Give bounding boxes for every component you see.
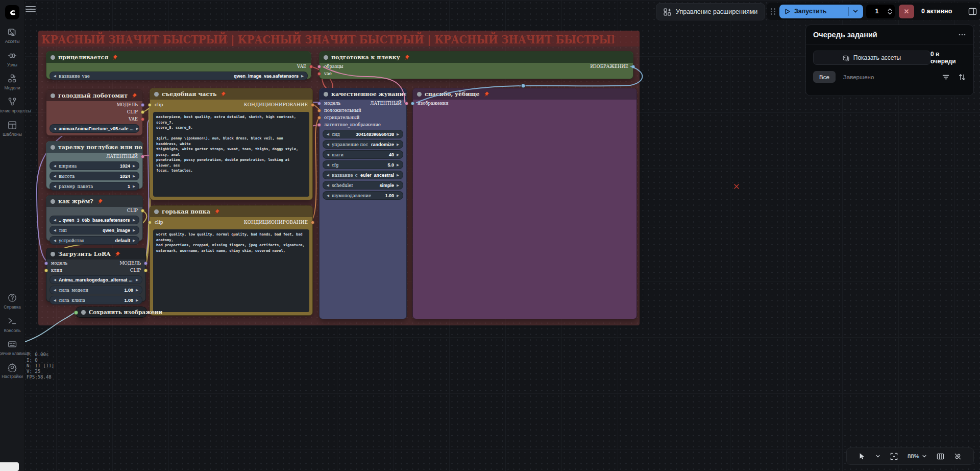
- node-header[interactable]: голодный лоботомит: [46, 90, 142, 101]
- output-port-dot[interactable]: [309, 65, 313, 68]
- fit-view-icon[interactable]: [890, 453, 898, 460]
- node-header[interactable]: съедобная часть: [150, 88, 312, 100]
- run-button[interactable]: Запустить: [779, 5, 863, 18]
- widget-right-arrow-icon[interactable]: ▶: [133, 239, 135, 243]
- widget-сила_клипа[interactable]: ◀сила_клипа1.00▶: [50, 296, 142, 304]
- widget-шаги[interactable]: ◀шаги40▶: [323, 150, 403, 159]
- sidebar-item-assets[interactable]: Ассеты: [0, 28, 24, 37]
- toggle-panel-icon[interactable]: [968, 7, 977, 16]
- widget-scheduler[interactable]: ◀schedulersimple▶: [323, 181, 403, 190]
- widget-ширина[interactable]: ◀ширина1024▶: [50, 161, 139, 170]
- widget-left-arrow-icon[interactable]: ◀: [327, 173, 329, 177]
- widget-left-arrow-icon[interactable]: ◀: [54, 239, 56, 243]
- widget-right-arrow-icon[interactable]: ▶: [397, 153, 399, 157]
- output-port-dot[interactable]: [405, 102, 408, 105]
- widget-right-arrow-icon[interactable]: ▶: [136, 298, 138, 302]
- output-port-dot[interactable]: [141, 209, 144, 213]
- cancel-run-button[interactable]: ✕: [899, 5, 914, 18]
- node-header[interactable]: как жрём?: [46, 196, 142, 207]
- node-header[interactable]: прицеливается: [46, 52, 311, 63]
- input-port-dot[interactable]: [44, 262, 48, 265]
- input-port-dot[interactable]: [317, 123, 321, 127]
- output-port-dot[interactable]: [311, 103, 314, 107]
- node-10[interactable]: спасибо, уёбищеизображения: [412, 88, 637, 319]
- batch-count-input[interactable]: 1: [866, 5, 895, 18]
- tool-dropdown-chevron-icon[interactable]: [875, 454, 880, 459]
- widget-left-arrow-icon[interactable]: ◀: [54, 218, 56, 222]
- widget-left-arrow-icon[interactable]: ◀: [327, 153, 329, 157]
- input-port-dot[interactable]: [317, 116, 321, 120]
- widget-right-arrow-icon[interactable]: ▶: [397, 132, 399, 136]
- node-2[interactable]: подготовка к плевкуобразцыИЗОБРАЖЕНИЕvae: [319, 51, 633, 79]
- node-5[interactable]: тарелку поглубже или пошире?ЛАТЕНТНЫЙ◀ши…: [46, 141, 143, 189]
- sidebar-item-hotkeys[interactable]: Горячие клавиши: [0, 340, 24, 349]
- widget-right-arrow-icon[interactable]: ▶: [397, 173, 399, 177]
- node-11[interactable]: Сохранить изображени: [76, 307, 147, 318]
- toggle-links-icon[interactable]: [954, 453, 962, 460]
- output-port-dot[interactable]: [631, 65, 635, 68]
- widget-right-arrow-icon[interactable]: ▶: [397, 183, 399, 187]
- widget-left-arrow-icon[interactable]: ◀: [54, 174, 56, 178]
- node-header[interactable]: спасибо, уёбище: [413, 88, 636, 100]
- node-4[interactable]: съедобная частьclipКОНДИЦИОНИРОВАНИЕmast…: [150, 88, 313, 200]
- node-9[interactable]: качественное жуваниемодельЛАТЕНТНЫЙполож…: [319, 88, 407, 319]
- widget-left-arrow-icon[interactable]: ◀: [54, 278, 56, 282]
- widget-right-arrow-icon[interactable]: ▶: [301, 74, 304, 78]
- comfyui-logo[interactable]: [5, 5, 19, 19]
- queue-tab-all[interactable]: Все: [813, 71, 836, 83]
- node-3[interactable]: голодный лоботомитМОДЕЛЬCLIPVAE◀animaxAn…: [46, 89, 143, 136]
- widget-размер_пакета[interactable]: ◀размер_пакета1▶: [50, 182, 139, 191]
- node-8[interactable]: Загрузить LoRAмодельМОДЕЛЬклипCLIP◀Anima…: [46, 248, 146, 302]
- widget-сид[interactable]: ◀сид304148396560438▶: [323, 130, 403, 138]
- widget-высота[interactable]: ◀высота1024▶: [50, 172, 139, 180]
- batch-count-steppers[interactable]: [888, 8, 892, 15]
- widget-left-arrow-icon[interactable]: ◀: [327, 132, 329, 136]
- sort-icon[interactable]: [958, 73, 966, 81]
- widget-right-arrow-icon[interactable]: ▶: [136, 278, 138, 282]
- node-header[interactable]: подготовка к плевку: [320, 52, 633, 63]
- input-port-dot[interactable]: [44, 269, 48, 272]
- widget-combo[interactable]: ◀animaxAnimaFinetune_v05.safe ...▶: [50, 124, 139, 133]
- widget-right-arrow-icon[interactable]: ▶: [397, 194, 399, 198]
- node-header[interactable]: горькая попка: [150, 206, 312, 217]
- collapsed-output-dot[interactable]: [74, 311, 78, 315]
- widget-left-arrow-icon[interactable]: ◀: [54, 74, 56, 78]
- widget-cfg[interactable]: ◀cfg5.0▶: [323, 160, 403, 169]
- widget-combo[interactable]: ◀.. qwen_3_06b_base.safetensors▶: [50, 216, 139, 224]
- manage-extensions-button[interactable]: Управление расширениями: [656, 3, 765, 20]
- widget-right-arrow-icon[interactable]: ▶: [397, 163, 399, 167]
- prompt-textarea[interactable]: worst quality, low quality, normal quali…: [153, 229, 309, 312]
- minimap-toggle-icon[interactable]: [937, 453, 944, 460]
- run-options-chevron-icon[interactable]: [852, 8, 859, 14]
- node-6[interactable]: как жрём?CLIP◀.. qwen_3_06b_base.safeten…: [46, 195, 143, 241]
- node-header[interactable]: качественное жувание: [320, 88, 406, 100]
- sidebar-item-workflows[interactable]: Рабочие процессы: [0, 97, 24, 106]
- input-port-dot[interactable]: [317, 102, 321, 105]
- widget-шумоподавление[interactable]: ◀шумоподавление1.00▶: [323, 191, 403, 200]
- pointer-tool-icon[interactable]: [859, 453, 866, 460]
- output-port-dot[interactable]: [141, 103, 144, 107]
- widget-left-arrow-icon[interactable]: ◀: [327, 194, 329, 198]
- group-title[interactable]: КРАСНЫЙ ЗНАЧИТ БЫСТРЫЙ | КРАСНЫЙ ЗНАЧИТ …: [41, 32, 614, 46]
- widget-combo[interactable]: ◀Anima_marukogedago_alternat ...▶: [50, 275, 142, 284]
- widget-left-arrow-icon[interactable]: ◀: [54, 127, 56, 131]
- sidebar-item-models[interactable]: Модели: [0, 74, 24, 83]
- output-port-dot[interactable]: [311, 221, 314, 224]
- toolbar-drag-handle[interactable]: [771, 8, 776, 15]
- widget-left-arrow-icon[interactable]: ◀: [54, 288, 56, 292]
- widget-left-arrow-icon[interactable]: ◀: [327, 143, 329, 147]
- widget-right-arrow-icon[interactable]: ▶: [133, 218, 135, 222]
- widget-сила_модели[interactable]: ◀сила_модели1.00▶: [50, 286, 142, 294]
- widget-right-arrow-icon[interactable]: ▶: [133, 228, 135, 232]
- zoom-level-control[interactable]: 88%: [908, 453, 927, 459]
- widget-left-arrow-icon[interactable]: ◀: [54, 298, 56, 302]
- widget-right-arrow-icon[interactable]: ▶: [133, 164, 135, 168]
- sidebar-item-console[interactable]: Консоль: [0, 317, 24, 326]
- widget-название_с ...[interactable]: ◀название_с ...euler_ancestral▶: [323, 171, 403, 179]
- widget-right-arrow-icon[interactable]: ▶: [397, 143, 399, 147]
- output-port-dot[interactable]: [144, 262, 148, 265]
- input-port-dot[interactable]: [317, 109, 321, 112]
- sidebar-item-templates[interactable]: Шаблоны: [0, 121, 24, 130]
- widget-управление пос ...[interactable]: ◀управление пос ...randomize▶: [323, 140, 403, 149]
- stepper-down-icon[interactable]: [888, 12, 892, 15]
